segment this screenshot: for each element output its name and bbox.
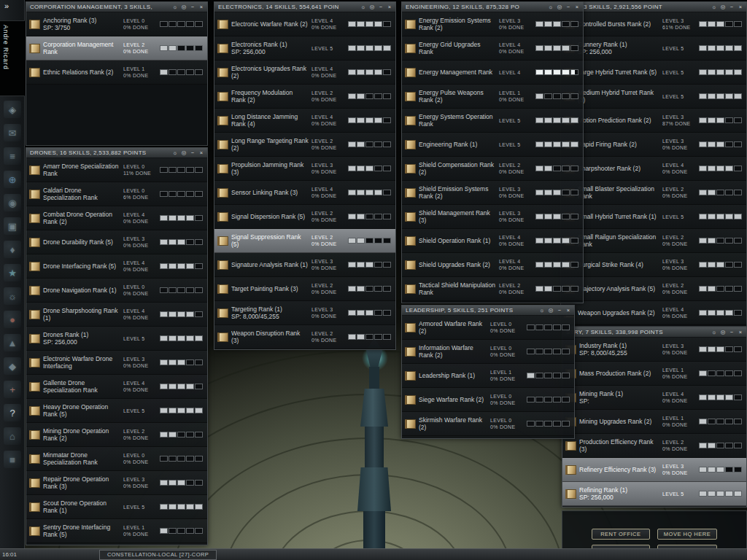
- skill-row[interactable]: Anchoring Rank (3)SP: 3/750LEVEL 00% DON…: [26, 12, 207, 36]
- skill-row[interactable]: Amarr Drone Specialization RankLEVEL 011…: [26, 158, 207, 182]
- skill-row[interactable]: Minmatar Drone Specialization RankLEVEL …: [26, 447, 207, 471]
- stack-button[interactable]: ◎: [547, 307, 554, 314]
- skill-row[interactable]: Drone Navigation Rank (1)LEVEL 00% DONE: [26, 279, 207, 303]
- skill-row[interactable]: Combat Drone Operation Rank (2)LEVEL 40%…: [26, 206, 207, 230]
- window-titlebar[interactable]: ERY, 13 SKILLS, 2,921,556 POINT☼◎−×: [561, 2, 746, 12]
- skill-row[interactable]: Corporation Management RankLEVEL 20% DON…: [26, 36, 207, 61]
- skill-row[interactable]: Ethnic Relations Rank (2)LEVEL 10% DONE: [26, 61, 207, 85]
- window-titlebar[interactable]: STRY, 7 SKILLS, 338,998 POINTS☼◎−×: [562, 327, 746, 338]
- skill-row[interactable]: Large Hybrid Turret Rank (5)LEVEL 5: [561, 61, 746, 85]
- science-icon[interactable]: ★: [4, 264, 21, 281]
- skill-row[interactable]: Shield Upgrades Rank (2)LEVEL 40% DONE: [402, 253, 583, 277]
- close-button[interactable]: ×: [573, 4, 581, 11]
- items-icon[interactable]: ●: [4, 311, 21, 328]
- skill-row[interactable]: Sensor Linking Rank (3)LEVEL 40% DONE: [214, 181, 395, 205]
- skill-row[interactable]: Sentry Drone Interfacing Rank (5)LEVEL 1…: [26, 519, 207, 543]
- player-portrait-panel[interactable]: Andre Ricard: [0, 20, 25, 96]
- window-titlebar[interactable]: CORPORATION MANAGEMENT, 3 SKILLS,☼◎−×: [26, 2, 207, 12]
- skill-row[interactable]: Small Railgun Specialization RankLEVEL 2…: [561, 229, 746, 253]
- skill-row[interactable]: Shield Operation Rank (1)LEVEL 40% DONE: [402, 229, 583, 253]
- minimize-button[interactable]: −: [189, 149, 196, 157]
- window-titlebar[interactable]: LEADERSHIP, 5 SKILLS, 251 POINTS☼◎−×: [402, 306, 574, 316]
- skill-row[interactable]: Armored Warfare Rank (2)LEVEL 00% DONE: [402, 316, 574, 340]
- skill-row[interactable]: Long Distance Jamming Rank (4)LEVEL 40% …: [214, 109, 395, 133]
- mail-icon[interactable]: ✉: [4, 124, 21, 141]
- skill-row[interactable]: Refinery Efficiency Rank (3)LEVEL 30% DO…: [562, 458, 746, 482]
- skill-row[interactable]: Mining Drone Operation Rank (2)LEVEL 20%…: [26, 423, 207, 447]
- skill-row[interactable]: Energy Grid Upgrades RankLEVEL 40% DONE: [402, 36, 583, 61]
- skill-row[interactable]: Tactical Shield Manipulation RankLEVEL 2…: [402, 277, 583, 301]
- minimize-button[interactable]: −: [728, 4, 735, 11]
- assets-icon[interactable]: ▣: [4, 217, 21, 235]
- taskbar-tab-constellation-local[interactable]: CONSTELLATION-LOCAL [27]-CORP: [99, 550, 217, 560]
- wallet-icon[interactable]: ♦: [4, 241, 21, 258]
- skill-row[interactable]: Industry Rank (1)SP: 8,000/45,255LEVEL 3…: [562, 338, 746, 362]
- skill-row[interactable]: Propulsion Jamming Rank (3)LEVEL 30% DON…: [214, 157, 395, 181]
- window-titlebar[interactable]: ELECTRONICS, 14 SKILLS, 554,641 POIN☼◎−×: [214, 2, 395, 12]
- skill-row[interactable]: Energy Management RankLEVEL 4: [402, 61, 583, 85]
- skill-row[interactable]: Motion Prediction Rank (2)LEVEL 387% DON…: [561, 109, 746, 133]
- skill-row[interactable]: Electronics Rank (1)SP: 256,000LEVEL 5: [214, 36, 395, 61]
- skill-row[interactable]: Drone Durability Rank (5)LEVEL 30% DONE: [26, 230, 207, 254]
- blink-button[interactable]: ☼: [538, 307, 546, 314]
- skill-row[interactable]: Energy Systems Operation RankLEVEL 5: [402, 109, 583, 133]
- ships-icon[interactable]: ▲: [4, 334, 21, 351]
- skill-row[interactable]: Target Painting Rank (3)LEVEL 20% DONE: [214, 277, 395, 301]
- skill-row[interactable]: Sharpshooter Rank (2)LEVEL 40% DONE: [561, 157, 746, 181]
- blink-button[interactable]: ☼: [547, 4, 554, 11]
- skill-row[interactable]: Controlled Bursts Rank (2)LEVEL 361% DON…: [561, 12, 746, 36]
- skill-row[interactable]: Gunnery Rank (1)SP: 256,000LEVEL 5: [561, 36, 746, 61]
- skill-row[interactable]: Gallente Drone Specialization RankLEVEL …: [26, 375, 207, 399]
- skill-row[interactable]: Weapon Disruption Rank (3)LEVEL 20% DONE: [214, 325, 395, 349]
- skill-row[interactable]: Small Hybrid Turret Rank (1)LEVEL 5: [561, 205, 746, 229]
- close-button[interactable]: ×: [737, 4, 744, 11]
- skill-row[interactable]: Mining Rank (1)SP:LEVEL 40% DONE: [562, 386, 746, 410]
- skill-row[interactable]: Drone Interfacing Rank (5)LEVEL 40% DONE: [26, 254, 207, 279]
- minimize-button[interactable]: −: [728, 329, 735, 336]
- skill-row[interactable]: Siege Warfare Rank (2)LEVEL 00% DONE: [402, 388, 574, 412]
- window-titlebar[interactable]: DRONES, 16 SKILLS, 2,533,882 POINTS☼◎−×: [26, 148, 207, 158]
- skill-row[interactable]: Mining Upgrades Rank (2)LEVEL 10% DONE: [562, 410, 746, 434]
- stack-button[interactable]: ◎: [719, 4, 727, 11]
- skill-row[interactable]: Targeting Rank (1)SP: 8,000/45,255LEVEL …: [214, 301, 395, 325]
- skill-row[interactable]: Leadership Rank (1)LEVEL 10% DONE: [402, 364, 574, 388]
- skill-row[interactable]: Shield Management Rank (3)LEVEL 30% DONE: [402, 205, 583, 229]
- blink-button[interactable]: ☼: [711, 329, 718, 336]
- close-button[interactable]: ×: [386, 4, 393, 11]
- skill-row[interactable]: Skirmish Warfare Rank (2)LEVEL 00% DONE: [402, 412, 574, 436]
- skill-row[interactable]: Drones Rank (1)SP: 256,000LEVEL 5: [26, 327, 207, 351]
- character-icon[interactable]: ◈: [4, 101, 21, 118]
- skill-row[interactable]: Energy Pulse Weapons Rank (2)LEVEL 10% D…: [402, 85, 583, 109]
- corporation-icon[interactable]: ◆: [4, 357, 21, 375]
- skill-row[interactable]: Scout Drone Operation Rank (1)LEVEL 5: [26, 495, 207, 519]
- channels-icon[interactable]: ≡: [4, 147, 21, 165]
- blink-button[interactable]: ☼: [360, 4, 367, 11]
- skill-row[interactable]: Rapid Firing Rank (2)LEVEL 30% DONE: [561, 133, 746, 157]
- blink-button[interactable]: ☼: [171, 4, 179, 11]
- close-button[interactable]: ×: [565, 307, 572, 314]
- skill-row[interactable]: Small Blaster Specialization RankLEVEL 2…: [561, 181, 746, 205]
- skill-row[interactable]: Caldari Drone Specialization RankLEVEL 0…: [26, 182, 207, 206]
- skill-row[interactable]: Surgical Strike Rank (4)LEVEL 30% DONE: [561, 253, 746, 277]
- skill-row[interactable]: Heavy Drone Operation Rank (5)LEVEL 5: [26, 399, 207, 423]
- market-icon[interactable]: ◉: [4, 194, 21, 211]
- blink-button[interactable]: ☼: [171, 149, 179, 157]
- close-button[interactable]: ×: [198, 149, 205, 157]
- skill-row[interactable]: Mass Production Rank (2)LEVEL 10% DONE: [562, 362, 746, 386]
- skill-row[interactable]: Signal Suppression Rank (5)LEVEL 20% DON…: [214, 229, 395, 253]
- map-icon[interactable]: ⊕: [4, 171, 21, 188]
- stack-button[interactable]: ◎: [556, 4, 563, 11]
- skill-row[interactable]: Frequency Modulation Rank (2)LEVEL 20% D…: [214, 85, 395, 109]
- close-button[interactable]: ×: [737, 329, 744, 336]
- expand-neocom-button[interactable]: »: [0, 1, 25, 12]
- skill-row[interactable]: Electronic Warfare Rank (2)LEVEL 40% DON…: [214, 12, 395, 36]
- stack-button[interactable]: ◎: [719, 329, 727, 336]
- skill-row[interactable]: Electronics Upgrades Rank (2)LEVEL 40% D…: [214, 61, 395, 85]
- stack-button[interactable]: ◎: [368, 4, 376, 11]
- skill-row[interactable]: Signal Dispersion Rank (5)LEVEL 20% DONE: [214, 205, 395, 229]
- skill-row[interactable]: Trajectory Analysis Rank (5)LEVEL 20% DO…: [561, 277, 746, 301]
- skill-row[interactable]: Long Range Targeting Rank (2)LEVEL 20% D…: [214, 133, 395, 157]
- skill-row[interactable]: Information Warfare Rank (2)LEVEL 00% DO…: [402, 340, 574, 364]
- stack-button[interactable]: ◎: [180, 4, 187, 11]
- skill-row[interactable]: Refining Rank (1)SP: 256,000LEVEL 5: [562, 482, 746, 506]
